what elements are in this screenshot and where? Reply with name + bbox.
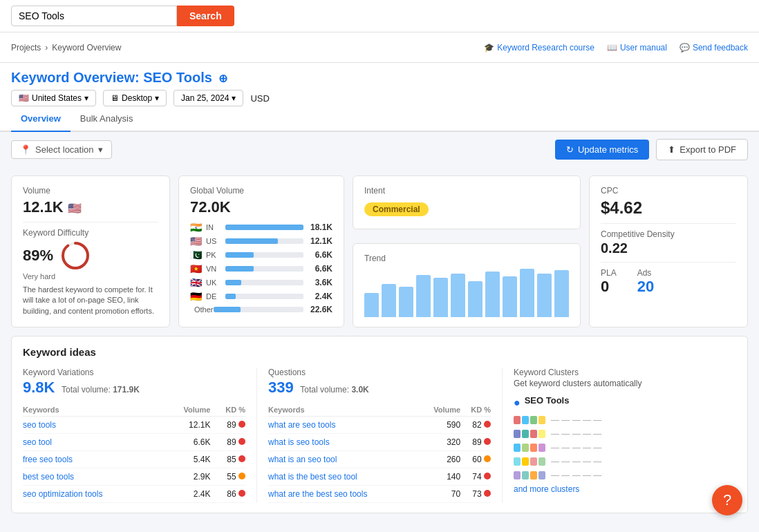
feedback-icon: 💬 [680, 43, 690, 53]
tab-overview[interactable]: Overview [11, 106, 71, 132]
kd-label: Keyword Difficulty [23, 228, 158, 238]
page-title-static: Keyword Overview: [11, 70, 140, 85]
search-button[interactable]: Search [177, 6, 234, 26]
chevron-down-icon-2: ▾ [155, 93, 159, 103]
volume-label: Volume [23, 186, 158, 196]
variations-label: Keyword Variations [23, 368, 245, 377]
page-title: Keyword Overview: SEO Tools ⊕ [11, 70, 748, 86]
chevron-down-icon-3: ▾ [232, 93, 236, 103]
clusters-bullet: ● [514, 397, 521, 409]
tabs: Overview Bulk Analysis [0, 106, 759, 132]
kd-value: 89% [23, 247, 53, 265]
kd-level: Very hard [23, 272, 158, 281]
clusters-more[interactable]: and more clusters [514, 484, 736, 494]
tab-bulk-analysis[interactable]: Bulk Analysis [71, 106, 143, 132]
table-row: what is the best seo tool 140 74 [268, 468, 491, 486]
keyword-ideas-section: Keyword ideas Keyword Variations 9.8K To… [11, 336, 748, 513]
intent-label: Intent [364, 186, 569, 196]
cluster-item: — — — — — [514, 443, 736, 453]
pla-label: PLA [601, 268, 617, 278]
top-bar: × Search [0, 0, 759, 32]
clusters-section-label: Keyword Clusters [514, 368, 736, 377]
volume-value: 12.1K 🇺🇸 [23, 198, 158, 216]
country-filter[interactable]: 🇺🇸 United States ▾ [11, 90, 96, 106]
user-manual-link[interactable]: 📖 User manual [607, 43, 667, 53]
trend-bars [364, 269, 569, 317]
pla-ads-row: PLA 0 Ads 20 [601, 268, 736, 296]
table-row: what is an seo tool 260 60 [268, 451, 491, 468]
toolbar-right: ↻ Update metrics ⬆ Export to PDF [555, 139, 748, 160]
table-row: what is seo tools 320 89 [268, 434, 491, 451]
keyword-ideas-cols: Keyword Variations 9.8K Total volume: 17… [23, 368, 736, 503]
location-icon: 📍 [20, 144, 31, 155]
kd-circle [60, 240, 91, 271]
desktop-icon: 🖥 [111, 93, 119, 103]
country-rows: 🇮🇳 IN 18.1K 🇺🇸 US 12.1K 🇵🇰 PK 6.6K 🇻🇳 VN… [190, 222, 332, 314]
svg-point-1 [63, 243, 88, 268]
breadcrumb-separator: › [45, 43, 48, 53]
send-feedback-link[interactable]: 💬 Send feedback [680, 43, 748, 53]
competitive-density-label: Competitive Density [601, 229, 736, 239]
volume-flag: 🇺🇸 [68, 202, 82, 214]
update-metrics-button[interactable]: ↻ Update metrics [555, 140, 649, 160]
currency-label: USD [250, 93, 269, 104]
cpc-card: CPC $4.62 Competitive Density 0.22 PLA 0… [589, 175, 748, 327]
toolbar-left: 📍 Select location ▾ [11, 140, 112, 159]
keyword-variations-col: Keyword Variations 9.8K Total volume: 17… [23, 368, 257, 503]
clear-button[interactable]: × [199, 10, 205, 22]
variations-table: Keywords Volume KD % seo tools 12.1K 89 … [23, 403, 245, 503]
keyword-course-link[interactable]: 🎓 Keyword Research course [484, 43, 594, 53]
country-row: 🇵🇰 PK 6.6K [190, 249, 332, 260]
search-input[interactable] [11, 6, 177, 26]
date-filter[interactable]: Jan 25, 2024 ▾ [174, 90, 243, 106]
country-row: 🇺🇸 US 12.1K [190, 236, 332, 247]
q-col-vol-header: Volume [420, 403, 460, 417]
country-row: 🇻🇳 VN 6.6K [190, 263, 332, 274]
global-volume-value: 72.0K [190, 198, 332, 216]
col-kd-header: KD % [210, 403, 245, 417]
book-icon: 📖 [607, 43, 617, 53]
add-keyword-icon[interactable]: ⊕ [218, 73, 227, 84]
cpc-value: $4.62 [601, 198, 736, 218]
ads-value: 20 [637, 278, 654, 296]
table-row: best seo tools 2.9K 55 [23, 468, 245, 486]
volume-kd-card: Volume 12.1K 🇺🇸 Keyword Difficulty 89% V… [11, 175, 170, 327]
clusters-title: SEO Tools [525, 395, 570, 406]
trend-card: Trend [353, 243, 581, 327]
search-wrap: × Search [11, 6, 234, 26]
intent-card: Intent Commercial [353, 175, 581, 229]
pla-value: 0 [601, 278, 617, 296]
keyword-ideas-title: Keyword ideas [23, 346, 736, 358]
country-row: Other 22.6K [190, 305, 332, 314]
cpc-label: CPC [601, 186, 736, 196]
country-row: 🇩🇪 DE 2.4K [190, 291, 332, 302]
variations-count-row: 9.8K Total volume: 171.9K [23, 379, 245, 397]
page-title-keyword: SEO Tools [143, 70, 212, 85]
location-button[interactable]: 📍 Select location ▾ [11, 140, 112, 159]
header-actions: 🎓 Keyword Research course 📖 User manual … [484, 43, 748, 53]
help-button[interactable]: ? [712, 485, 742, 515]
questions-col: Questions 339 Total volume: 3.0K Keyword… [268, 368, 503, 503]
ads-label: Ads [637, 268, 654, 278]
export-pdf-button[interactable]: ⬆ Export to PDF [656, 139, 748, 160]
col-vol-header: Volume [163, 403, 210, 417]
toolbar: 📍 Select location ▾ ↻ Update metrics ⬆ E… [0, 132, 759, 167]
intent-trend-col: Intent Commercial Trend [353, 175, 581, 327]
refresh-icon: ↻ [566, 144, 574, 155]
breadcrumb-projects[interactable]: Projects [11, 43, 41, 53]
page-title-bar: Keyword Overview: SEO Tools ⊕ 🇺🇸 United … [0, 63, 759, 106]
cluster-item: — — — — — [514, 415, 736, 425]
table-row: what are the best seo tools 70 73 [268, 486, 491, 503]
device-filter[interactable]: 🖥 Desktop ▾ [103, 90, 167, 106]
variations-count: 9.8K [23, 379, 55, 396]
table-row: seo tools 12.1K 89 [23, 417, 245, 434]
cluster-item: — — — — — [514, 457, 736, 466]
kd-row: 89% [23, 240, 158, 271]
country-row: 🇬🇧 UK 3.6K [190, 277, 332, 288]
q-col-kd-header: KD % [460, 403, 491, 417]
questions-table: Keywords Volume KD % what are seo tools … [268, 403, 491, 503]
title-controls: 🇺🇸 United States ▾ 🖥 Desktop ▾ Jan 25, 2… [11, 90, 748, 106]
ads-item: Ads 20 [637, 268, 654, 296]
breadcrumb: Projects › Keyword Overview [11, 43, 121, 53]
table-row: seo tool 6.6K 89 [23, 434, 245, 451]
